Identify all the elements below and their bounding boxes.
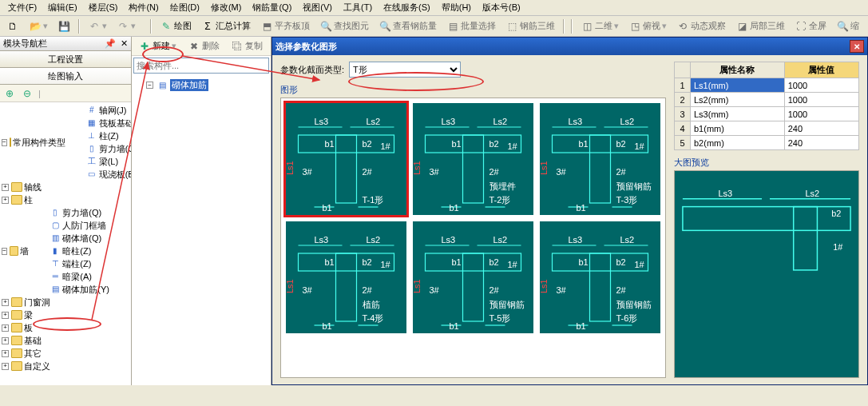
section-type-select[interactable]: T形 (349, 62, 461, 78)
draw-switch-button[interactable]: ✎绘图 (157, 18, 195, 34)
list-item[interactable]: − ▤ 砌体加筋 (135, 78, 268, 92)
dialog-titlebar[interactable]: 选择参数化图形 ✕ (272, 38, 867, 55)
part3d-button[interactable]: ◪局部三维 (732, 18, 788, 34)
find-button[interactable]: 🔍查找图元 (316, 18, 372, 34)
tree-group[interactable]: 门窗洞 (24, 296, 50, 308)
tree-group[interactable]: 梁 (24, 308, 33, 321)
expand-icon[interactable]: + (2, 337, 9, 344)
top-view-button[interactable]: ◳俯视▾ (625, 18, 670, 34)
table-row[interactable]: 4b1(mm)240 (675, 121, 859, 136)
rebar-qty-button[interactable]: 🔍查看钢筋量 (375, 18, 440, 34)
flat-button[interactable]: ⬒平齐板顶 (257, 18, 313, 34)
prop-value[interactable]: 240 (784, 121, 858, 136)
tree-root[interactable]: 常用构件类型 (13, 136, 65, 149)
expand-all-icon[interactable]: ⊕ (3, 87, 16, 100)
menu-version[interactable]: 版本号(B) (478, 0, 525, 15)
fullscreen-button[interactable]: ⛶全屏 (791, 18, 830, 34)
prop-value[interactable]: 240 (784, 136, 858, 150)
menu-rebar[interactable]: 钢筋量(Q) (248, 0, 296, 15)
tree-item[interactable]: 梁(L) (99, 155, 118, 168)
zoom-button[interactable]: 🔍缩 (833, 18, 862, 34)
tree-item[interactable]: 暗梁(A) (62, 270, 92, 283)
tree-item[interactable]: 砌体加筋(Y) (62, 283, 109, 296)
menu-view[interactable]: 视图(V) (298, 0, 337, 15)
expand-icon[interactable]: + (2, 197, 9, 204)
tab-draw-input[interactable]: 绘图输入 (0, 67, 131, 85)
tree-item[interactable]: 现浇板(B) (99, 168, 131, 181)
svg-text:3#: 3# (303, 285, 313, 295)
tree-group[interactable]: 板 (24, 321, 33, 334)
expand-icon[interactable]: − (2, 248, 7, 255)
shape-option-2[interactable]: Ls3Ls2b1b21#2#3#b1预埋件T-2形Ls1 (413, 103, 533, 215)
shape-option-3[interactable]: Ls3Ls2b1b21#2#3#b1预留钢筋T-3形Ls1 (540, 103, 660, 215)
component-tree[interactable]: − 常用构件类型#轴网(J)▦筏板基础(M)⊥柱(Z)▯剪力墙(Q)工梁(L)▭… (0, 102, 131, 385)
copy-button[interactable]: ⿻复制 (228, 38, 266, 54)
prop-value[interactable]: 1000 (784, 78, 858, 93)
svg-text:1#: 1# (508, 141, 518, 151)
expand-icon[interactable]: + (2, 312, 9, 319)
tree-item[interactable]: 端柱(Z) (62, 257, 91, 270)
tree-group[interactable]: 柱 (24, 193, 33, 206)
shape-option-1[interactable]: Ls3Ls2b1b21#2#3#b1T-1形Ls1 (286, 103, 406, 215)
new-file-button[interactable]: 🗋 (3, 18, 22, 34)
open-file-button[interactable]: 📂▾ (26, 18, 51, 34)
tree-group[interactable]: 轴线 (24, 181, 42, 193)
menu-help[interactable]: 帮助(H) (437, 0, 476, 15)
2d-button[interactable]: ◫二维▾ (577, 18, 622, 34)
menu-draw[interactable]: 绘图(D) (165, 0, 204, 15)
close-panel-icon[interactable]: ✕ (121, 38, 128, 49)
tree-item[interactable]: 人防门框墙 (62, 219, 106, 232)
expand-icon[interactable]: − (2, 139, 7, 146)
delete-button[interactable]: ✖删除 (184, 38, 223, 54)
save-button[interactable]: 💾 (54, 18, 73, 34)
menu-component[interactable]: 构件(N) (124, 0, 163, 15)
tree-item[interactable]: 砌体墙(Q) (62, 232, 101, 245)
menu-tool[interactable]: 工具(T) (339, 0, 377, 15)
table-row[interactable]: 1Ls1(mm)1000 (675, 78, 859, 93)
search-input[interactable] (133, 58, 269, 74)
new-component-button[interactable]: ✚ 新建 ▾ (135, 38, 180, 54)
prop-value[interactable]: 1000 (784, 93, 858, 107)
tree-item[interactable]: 筏板基础(M) (99, 117, 131, 129)
table-row[interactable]: 2Ls2(mm)1000 (675, 93, 859, 107)
tab-project-settings[interactable]: 工程设置 (0, 50, 131, 68)
property-table[interactable]: 属性名称 属性值 1Ls1(mm)10002Ls2(mm)10003Ls3(mm… (674, 62, 859, 150)
expand-icon[interactable]: + (2, 184, 9, 191)
shape-option-5[interactable]: Ls3Ls2b1b21#2#3#b1预留钢筋T-5形Ls1 (413, 221, 533, 333)
dynamic-button[interactable]: ⟲动态观察 (673, 18, 729, 34)
collapse-all-icon[interactable]: ⊖ (21, 87, 34, 100)
sum-button[interactable]: Σ汇总计算 (198, 18, 254, 34)
tree-group[interactable]: 自定义 (24, 360, 50, 372)
tree-item[interactable]: 柱(Z) (99, 129, 119, 142)
rebar3d-button[interactable]: ⬚钢筋三维 (502, 18, 558, 34)
prop-value[interactable]: 1000 (784, 107, 858, 121)
shape-option-4[interactable]: Ls3Ls2b1b21#2#3#b1植筋T-4形Ls1 (286, 221, 406, 333)
pin-icon[interactable]: 📌 (105, 38, 116, 49)
tree-item[interactable]: 剪力墙(Q) (62, 206, 101, 219)
undo-button[interactable]: ↶▾ (85, 18, 110, 34)
menu-file[interactable]: 文件(F) (3, 0, 42, 15)
tree-item[interactable]: 暗柱(Z) (62, 245, 91, 257)
component-list[interactable]: − ▤ 砌体加筋 (132, 75, 271, 385)
tree-group[interactable]: 其它 (24, 347, 42, 360)
expand-icon[interactable]: + (2, 350, 9, 357)
expand-icon[interactable]: + (2, 363, 9, 370)
tree-group[interactable]: 墙 (20, 245, 29, 257)
redo-button[interactable]: ↷▾ (113, 18, 139, 34)
svg-text:b1: b1 (323, 203, 332, 213)
batch-button[interactable]: ▤批量选择 (443, 18, 499, 34)
table-row[interactable]: 5b2(mm)240 (675, 136, 859, 150)
menu-modify[interactable]: 修改(M) (206, 0, 247, 15)
menu-online[interactable]: 在线服务(S) (379, 0, 435, 15)
tree-item[interactable]: 剪力墙(Q) (99, 142, 131, 155)
tree-item[interactable]: 轴网(J) (99, 104, 127, 117)
shape-option-6[interactable]: Ls3Ls2b1b21#2#3#b1预留钢筋T-6形Ls1 (540, 221, 660, 333)
tree-group[interactable]: 基础 (24, 334, 42, 347)
menu-floor[interactable]: 楼层(S) (84, 0, 123, 15)
collapse-icon[interactable]: − (146, 82, 153, 89)
close-button[interactable]: ✕ (850, 40, 864, 53)
table-row[interactable]: 3Ls3(mm)1000 (675, 107, 859, 121)
expand-icon[interactable]: + (2, 299, 9, 306)
menu-edit[interactable]: 编辑(E) (43, 0, 82, 15)
expand-icon[interactable]: + (2, 324, 9, 332)
